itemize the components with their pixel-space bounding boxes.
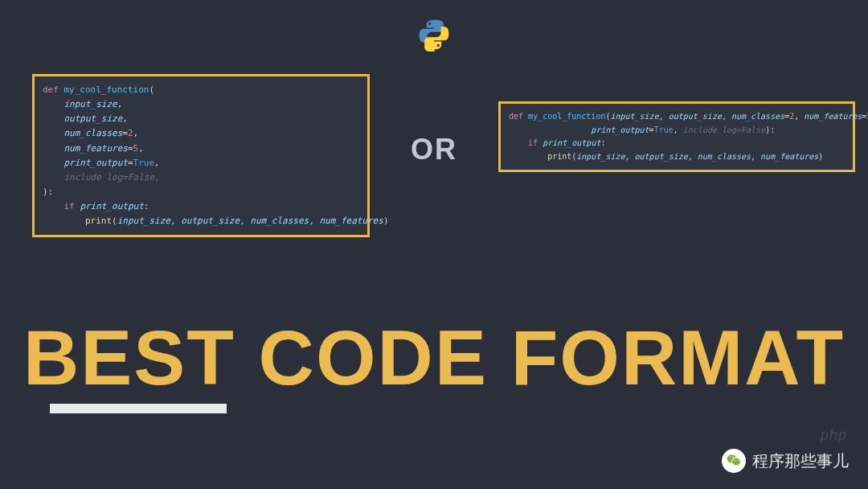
code-block-left: def my_cool_function( input_size, output… — [32, 74, 370, 237]
headline-underline — [50, 404, 227, 413]
python-logo-icon — [417, 18, 451, 55]
code-block-right: def my_cool_function(input_size, output_… — [498, 101, 855, 172]
wechat-icon — [722, 449, 746, 473]
or-label: OR — [411, 133, 457, 166]
wechat-text: 程序那些事儿 — [752, 450, 849, 472]
wechat-attribution: 程序那些事儿 — [722, 449, 849, 473]
watermark: php — [821, 427, 847, 444]
headline-text: BEST CODE FORMAT — [23, 314, 845, 402]
